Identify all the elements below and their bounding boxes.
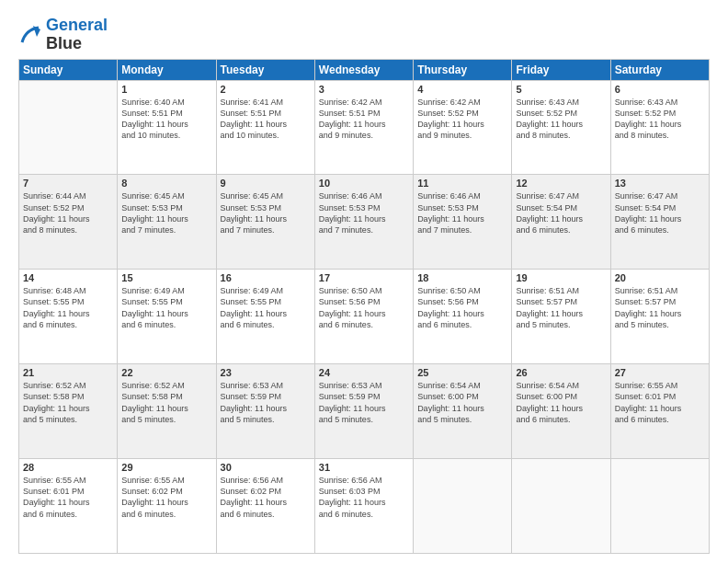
day-number: 28	[23, 462, 113, 473]
day-number: 11	[417, 178, 507, 189]
cell-info: Sunrise: 6:46 AM Sunset: 5:53 PM Dayligh…	[417, 190, 507, 236]
cell-info: Sunrise: 6:43 AM Sunset: 5:52 PM Dayligh…	[615, 97, 705, 142]
day-number: 21	[23, 367, 113, 378]
table-row: 29Sunrise: 6:55 AM Sunset: 6:02 PM Dayli…	[118, 459, 216, 554]
table-row: 3Sunrise: 6:42 AM Sunset: 5:51 PM Daylig…	[314, 80, 413, 175]
cell-info: Sunrise: 6:55 AM Sunset: 6:01 PM Dayligh…	[23, 475, 113, 520]
cell-info: Sunrise: 6:42 AM Sunset: 5:51 PM Dayligh…	[319, 97, 409, 142]
table-row: 21Sunrise: 6:52 AM Sunset: 5:58 PM Dayli…	[19, 364, 118, 459]
cell-info: Sunrise: 6:42 AM Sunset: 5:52 PM Dayligh…	[417, 97, 507, 142]
table-row: 9Sunrise: 6:45 AM Sunset: 5:53 PM Daylig…	[216, 175, 314, 270]
table-row: 2Sunrise: 6:41 AM Sunset: 5:51 PM Daylig…	[216, 80, 314, 175]
calendar-week-row: 14Sunrise: 6:48 AM Sunset: 5:55 PM Dayli…	[19, 270, 710, 364]
day-number: 25	[417, 367, 507, 378]
day-number: 1	[121, 84, 211, 95]
day-number: 13	[615, 178, 705, 189]
day-number: 9	[221, 178, 311, 189]
logo-text: General Blue	[46, 17, 108, 53]
calendar-week-row: 7Sunrise: 6:44 AM Sunset: 5:52 PM Daylig…	[19, 175, 710, 270]
cell-info: Sunrise: 6:50 AM Sunset: 5:56 PM Dayligh…	[319, 285, 409, 330]
table-row: 28Sunrise: 6:55 AM Sunset: 6:01 PM Dayli…	[19, 459, 118, 554]
table-row: 18Sunrise: 6:50 AM Sunset: 5:56 PM Dayli…	[414, 270, 512, 364]
table-row: 6Sunrise: 6:43 AM Sunset: 5:52 PM Daylig…	[610, 80, 709, 175]
day-number: 15	[121, 272, 211, 283]
logo-blue: Blue	[46, 34, 82, 52]
day-number: 17	[319, 272, 409, 283]
table-row	[414, 459, 512, 554]
day-number: 10	[319, 178, 409, 189]
cell-info: Sunrise: 6:56 AM Sunset: 6:02 PM Dayligh…	[221, 475, 311, 520]
cell-info: Sunrise: 6:52 AM Sunset: 5:58 PM Dayligh…	[23, 380, 113, 425]
col-saturday: Saturday	[610, 59, 709, 80]
calendar-header-row: Sunday Monday Tuesday Wednesday Thursday…	[19, 59, 710, 80]
day-number: 31	[319, 462, 409, 473]
table-row: 13Sunrise: 6:47 AM Sunset: 5:54 PM Dayli…	[610, 175, 709, 270]
calendar-week-row: 28Sunrise: 6:55 AM Sunset: 6:01 PM Dayli…	[19, 459, 710, 554]
cell-info: Sunrise: 6:46 AM Sunset: 5:53 PM Dayligh…	[319, 190, 409, 236]
cell-info: Sunrise: 6:50 AM Sunset: 5:56 PM Dayligh…	[417, 285, 507, 330]
header: General Blue	[18, 17, 710, 53]
day-number: 24	[319, 367, 409, 378]
table-row: 25Sunrise: 6:54 AM Sunset: 6:00 PM Dayli…	[414, 364, 512, 459]
cell-info: Sunrise: 6:52 AM Sunset: 5:58 PM Dayligh…	[121, 380, 211, 425]
col-wednesday: Wednesday	[314, 59, 413, 80]
calendar-week-row: 1Sunrise: 6:40 AM Sunset: 5:51 PM Daylig…	[19, 80, 710, 175]
cell-info: Sunrise: 6:44 AM Sunset: 5:52 PM Dayligh…	[23, 190, 113, 236]
table-row: 31Sunrise: 6:56 AM Sunset: 6:03 PM Dayli…	[314, 459, 413, 554]
cell-info: Sunrise: 6:47 AM Sunset: 5:54 PM Dayligh…	[615, 190, 705, 236]
logo-general: General	[46, 16, 108, 34]
table-row: 24Sunrise: 6:53 AM Sunset: 5:59 PM Dayli…	[314, 364, 413, 459]
table-row: 23Sunrise: 6:53 AM Sunset: 5:59 PM Dayli…	[216, 364, 314, 459]
day-number: 14	[23, 272, 113, 283]
day-number: 8	[121, 178, 211, 189]
cell-info: Sunrise: 6:49 AM Sunset: 5:55 PM Dayligh…	[221, 285, 311, 330]
cell-info: Sunrise: 6:43 AM Sunset: 5:52 PM Dayligh…	[516, 97, 606, 142]
logo: General Blue	[18, 17, 108, 53]
table-row	[19, 80, 118, 175]
table-row	[512, 459, 610, 554]
table-row: 15Sunrise: 6:49 AM Sunset: 5:55 PM Dayli…	[118, 270, 216, 364]
cell-info: Sunrise: 6:41 AM Sunset: 5:51 PM Dayligh…	[221, 97, 311, 142]
table-row: 14Sunrise: 6:48 AM Sunset: 5:55 PM Dayli…	[19, 270, 118, 364]
cell-info: Sunrise: 6:45 AM Sunset: 5:53 PM Dayligh…	[121, 190, 211, 236]
cell-info: Sunrise: 6:56 AM Sunset: 6:03 PM Dayligh…	[319, 475, 409, 520]
cell-info: Sunrise: 6:54 AM Sunset: 6:00 PM Dayligh…	[516, 380, 606, 425]
cell-info: Sunrise: 6:48 AM Sunset: 5:55 PM Dayligh…	[23, 285, 113, 330]
table-row: 19Sunrise: 6:51 AM Sunset: 5:57 PM Dayli…	[512, 270, 610, 364]
table-row: 22Sunrise: 6:52 AM Sunset: 5:58 PM Dayli…	[118, 364, 216, 459]
day-number: 18	[417, 272, 507, 283]
day-number: 4	[417, 84, 507, 95]
table-row: 27Sunrise: 6:55 AM Sunset: 6:01 PM Dayli…	[610, 364, 709, 459]
cell-info: Sunrise: 6:55 AM Sunset: 6:02 PM Dayligh…	[121, 475, 211, 520]
table-row: 20Sunrise: 6:51 AM Sunset: 5:57 PM Dayli…	[610, 270, 709, 364]
cell-info: Sunrise: 6:54 AM Sunset: 6:00 PM Dayligh…	[417, 380, 507, 425]
day-number: 3	[319, 84, 409, 95]
day-number: 6	[615, 84, 705, 95]
page: General Blue Sunday Monday Tuesday Wedne…	[0, 0, 728, 563]
table-row	[610, 459, 709, 554]
table-row: 7Sunrise: 6:44 AM Sunset: 5:52 PM Daylig…	[19, 175, 118, 270]
table-row: 16Sunrise: 6:49 AM Sunset: 5:55 PM Dayli…	[216, 270, 314, 364]
cell-info: Sunrise: 6:53 AM Sunset: 5:59 PM Dayligh…	[221, 380, 311, 425]
cell-info: Sunrise: 6:45 AM Sunset: 5:53 PM Dayligh…	[221, 190, 311, 236]
table-row: 26Sunrise: 6:54 AM Sunset: 6:00 PM Dayli…	[512, 364, 610, 459]
cell-info: Sunrise: 6:53 AM Sunset: 5:59 PM Dayligh…	[319, 380, 409, 425]
day-number: 29	[121, 462, 211, 473]
table-row: 5Sunrise: 6:43 AM Sunset: 5:52 PM Daylig…	[512, 80, 610, 175]
day-number: 5	[516, 84, 606, 95]
table-row: 11Sunrise: 6:46 AM Sunset: 5:53 PM Dayli…	[414, 175, 512, 270]
cell-info: Sunrise: 6:40 AM Sunset: 5:51 PM Dayligh…	[121, 97, 211, 142]
day-number: 22	[121, 367, 211, 378]
day-number: 19	[516, 272, 606, 283]
svg-rect-0	[18, 22, 44, 48]
day-number: 7	[23, 178, 113, 189]
col-monday: Monday	[118, 59, 216, 80]
col-thursday: Thursday	[414, 59, 512, 80]
calendar-week-row: 21Sunrise: 6:52 AM Sunset: 5:58 PM Dayli…	[19, 364, 710, 459]
day-number: 27	[615, 367, 705, 378]
table-row: 30Sunrise: 6:56 AM Sunset: 6:02 PM Dayli…	[216, 459, 314, 554]
col-tuesday: Tuesday	[216, 59, 314, 80]
day-number: 30	[221, 462, 311, 473]
col-friday: Friday	[512, 59, 610, 80]
calendar-table: Sunday Monday Tuesday Wednesday Thursday…	[18, 59, 710, 554]
